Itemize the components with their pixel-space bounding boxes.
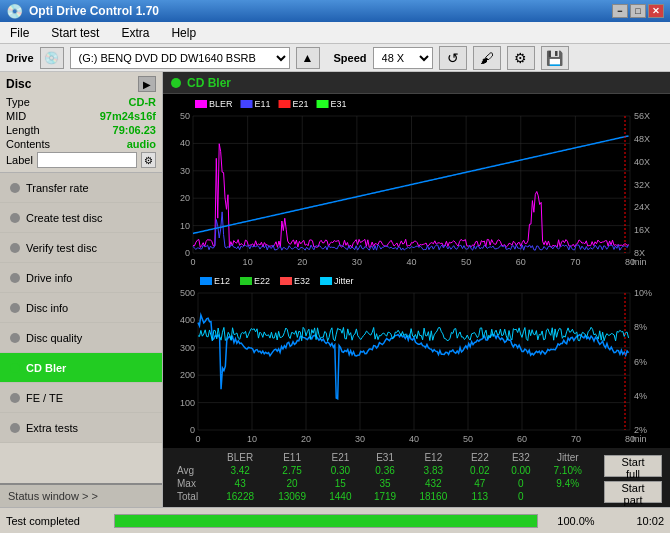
nav-item-transfer-rate[interactable]: Transfer rate — [0, 173, 162, 203]
stats-max-e31: 35 — [363, 477, 408, 490]
stats-avg-label: Avg — [171, 464, 214, 477]
nav-item-create-test-disc[interactable]: Create test disc — [0, 203, 162, 233]
nav-item-disc-quality[interactable]: Disc quality — [0, 323, 162, 353]
nav-item-fe-te[interactable]: FE / TE — [0, 383, 162, 413]
disc-contents-value: audio — [127, 138, 156, 150]
stats-total-label: Total — [171, 490, 214, 503]
nav-item-verify-test-disc[interactable]: Verify test disc — [0, 233, 162, 263]
cd-bler-title: CD Bler — [187, 76, 231, 90]
nav-dot-disc-quality — [10, 333, 20, 343]
stats-max-e22: 47 — [459, 477, 500, 490]
nav-label-extra-tests: Extra tests — [26, 422, 78, 434]
disc-type-label: Type — [6, 96, 30, 108]
title-bar-controls: − □ ✕ — [612, 4, 664, 18]
tools-button-2[interactable]: ⚙ — [507, 46, 535, 70]
stats-header-e21: E21 — [318, 451, 363, 464]
menu-extra[interactable]: Extra — [115, 24, 155, 42]
app-title: Opti Drive Control 1.70 — [29, 4, 159, 18]
stats-total-e22: 113 — [459, 490, 500, 503]
status-bar: Test completed 100.0% 10:02 — [0, 507, 670, 533]
nav-label-fe-te: FE / TE — [26, 392, 63, 404]
start-part-button[interactable]: Start part — [604, 481, 662, 503]
stats-avg-e12: 3.83 — [407, 464, 459, 477]
disc-label-button[interactable]: ⚙ — [141, 152, 156, 168]
nav-label-verify-test: Verify test disc — [26, 242, 97, 254]
stats-total-bler: 16228 — [214, 490, 266, 503]
stats-total-e21: 1440 — [318, 490, 363, 503]
refresh-button[interactable]: ↺ — [439, 46, 467, 70]
restore-button[interactable]: □ — [630, 4, 646, 18]
nav-label-disc-quality: Disc quality — [26, 332, 82, 344]
stats-max-e11: 20 — [266, 477, 318, 490]
stats-avg-e32: 0.00 — [500, 464, 541, 477]
nav-item-cd-bler[interactable]: CD Bler — [0, 353, 162, 383]
nav-item-disc-info[interactable]: Disc info — [0, 293, 162, 323]
nav-dot-fe-te — [10, 393, 20, 403]
nav-label-drive-info: Drive info — [26, 272, 72, 284]
nav-label-create-test: Create test disc — [26, 212, 102, 224]
eject-button[interactable]: ▲ — [296, 47, 320, 69]
stats-max-label: Max — [171, 477, 214, 490]
nav-dot-drive-info — [10, 273, 20, 283]
menu-bar: File Start test Extra Help — [0, 22, 670, 44]
nav-item-extra-tests[interactable]: Extra tests — [0, 413, 162, 443]
bottom-chart — [163, 271, 670, 448]
stats-max-e21: 15 — [318, 477, 363, 490]
disc-info-panel: Disc ▶ Type CD-R MID 97m24s16f Length 79… — [0, 72, 162, 173]
nav-dot-extra-tests — [10, 423, 20, 433]
save-button[interactable]: 💾 — [541, 46, 569, 70]
tools-button-1[interactable]: 🖌 — [473, 46, 501, 70]
minimize-button[interactable]: − — [612, 4, 628, 18]
disc-label-input[interactable] — [37, 152, 137, 168]
stats-total-jitter — [541, 490, 594, 503]
cd-bler-dot — [171, 78, 181, 88]
speed-label: Speed — [334, 52, 367, 64]
stats-max-bler: 43 — [214, 477, 266, 490]
disc-mid-label: MID — [6, 110, 26, 122]
status-text: Test completed — [6, 515, 106, 527]
stats-max-e12: 432 — [407, 477, 459, 490]
main-area: Disc ▶ Type CD-R MID 97m24s16f Length 79… — [0, 72, 670, 507]
progress-percent: 100.0% — [546, 515, 606, 527]
disc-expand-button[interactable]: ▶ — [138, 76, 156, 92]
stats-avg-e21: 0.30 — [318, 464, 363, 477]
stats-header-e12: E12 — [407, 451, 459, 464]
drive-icon-button[interactable]: 💿 — [40, 47, 64, 69]
menu-file[interactable]: File — [4, 24, 35, 42]
content-area: CD Bler BLER E11 E21 — [163, 72, 670, 507]
close-button[interactable]: ✕ — [648, 4, 664, 18]
progress-bar-container — [114, 514, 538, 528]
menu-help[interactable]: Help — [165, 24, 202, 42]
sidebar-nav: Transfer rate Create test disc Verify te… — [0, 173, 162, 483]
sidebar: Disc ▶ Type CD-R MID 97m24s16f Length 79… — [0, 72, 163, 507]
disc-type-value: CD-R — [129, 96, 157, 108]
top-chart-canvas — [163, 94, 670, 271]
nav-item-drive-info[interactable]: Drive info — [0, 263, 162, 293]
stats-bar: BLER E11 E21 E31 E12 E22 E32 Jitter Avg … — [163, 447, 670, 507]
stats-max-jitter: 9.4% — [541, 477, 594, 490]
speed-select[interactable]: 48 X — [373, 47, 433, 69]
status-window-button[interactable]: Status window > > — [0, 483, 162, 507]
disc-label-label: Label — [6, 154, 33, 166]
status-time: 10:02 — [614, 515, 664, 527]
stats-max-e32: 0 — [500, 477, 541, 490]
stats-avg-bler: 3.42 — [214, 464, 266, 477]
disc-length-value: 79:06.23 — [113, 124, 156, 136]
stats-header-e31: E31 — [363, 451, 408, 464]
stats-header-e32: E32 — [500, 451, 541, 464]
stats-total-e11: 13069 — [266, 490, 318, 503]
nav-dot-verify-test — [10, 243, 20, 253]
nav-dot-create-test — [10, 213, 20, 223]
bottom-chart-canvas — [163, 271, 670, 448]
menu-start-test[interactable]: Start test — [45, 24, 105, 42]
cd-bler-header: CD Bler — [163, 72, 670, 94]
drive-bar: Drive 💿 (G:) BENQ DVD DD DW1640 BSRB ▲ S… — [0, 44, 670, 72]
progress-bar-fill — [115, 515, 537, 527]
stats-avg-e11: 2.75 — [266, 464, 318, 477]
title-bar: 💿 Opti Drive Control 1.70 − □ ✕ — [0, 0, 670, 22]
start-full-button[interactable]: Start full — [604, 455, 662, 477]
stats-header-e11: E11 — [266, 451, 318, 464]
stats-table: BLER E11 E21 E31 E12 E22 E32 Jitter Avg … — [171, 451, 594, 503]
nav-dot-cd-bler — [10, 363, 20, 373]
drive-select[interactable]: (G:) BENQ DVD DD DW1640 BSRB — [70, 47, 290, 69]
